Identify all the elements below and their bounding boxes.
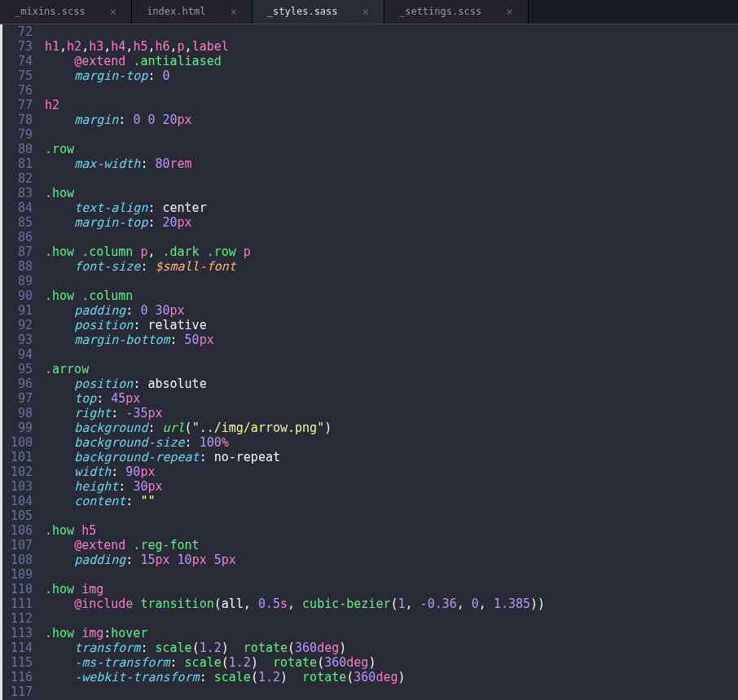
code-line[interactable]: [45, 347, 738, 362]
line-number: 99: [2, 420, 33, 435]
code-line[interactable]: .row: [45, 142, 738, 156]
line-number: 105: [2, 508, 33, 523]
line-number: 98: [2, 406, 33, 420]
line-number: 77: [2, 98, 33, 112]
code-line[interactable]: @extend .antialiased: [45, 54, 738, 68]
line-number: 110: [2, 582, 33, 597]
code-line[interactable]: margin-bottom: 50px: [45, 332, 738, 347]
code-line[interactable]: [45, 508, 738, 523]
line-number: 93: [2, 332, 33, 347]
code-line[interactable]: [45, 171, 738, 186]
code-line[interactable]: [45, 274, 738, 288]
code-line[interactable]: margin-top: 0: [45, 68, 738, 83]
tab-label: _styles.sass: [267, 6, 338, 17]
line-number: 113: [2, 626, 33, 641]
code-line[interactable]: [45, 127, 738, 142]
code-line[interactable]: position: relative: [45, 318, 738, 332]
code-line[interactable]: width: 90px: [45, 464, 738, 479]
editor-area[interactable]: 7273747576777879808182838485868788899091…: [0, 24, 738, 700]
line-number: 97: [2, 391, 33, 406]
line-number: 89: [2, 274, 33, 288]
code-line[interactable]: padding: 15px 10px 5px: [45, 553, 738, 567]
code-line[interactable]: [45, 230, 738, 244]
code-line[interactable]: transform: scale(1.2) rotate(360deg): [45, 641, 738, 655]
tab-label: _settings.scss: [399, 6, 481, 17]
line-number: 72: [2, 24, 33, 39]
code-line[interactable]: right: -35px: [45, 406, 738, 420]
code-line[interactable]: top: 45px: [45, 391, 738, 406]
code-line[interactable]: [45, 24, 738, 39]
code-line[interactable]: [45, 611, 738, 626]
code-line[interactable]: text-align: center: [45, 200, 738, 215]
line-number: 87: [2, 244, 33, 259]
code-line[interactable]: content: "": [45, 494, 738, 508]
code-line[interactable]: h2: [45, 98, 738, 112]
line-number: 116: [2, 670, 33, 685]
line-number: 82: [2, 171, 33, 186]
code-line[interactable]: .how .column p, .dark .row p: [45, 244, 738, 259]
line-number: 79: [2, 127, 33, 142]
line-number: 86: [2, 230, 33, 244]
code-line[interactable]: @extend .reg-font: [45, 538, 738, 553]
close-icon[interactable]: ×: [362, 5, 369, 19]
tab-index[interactable]: index.html ×: [132, 0, 253, 24]
code-line[interactable]: font-size: $small-font: [45, 259, 738, 274]
line-number: 94: [2, 347, 33, 362]
close-icon[interactable]: ×: [230, 5, 236, 19]
line-number: 107: [2, 538, 33, 553]
code-line[interactable]: padding: 0 30px: [45, 303, 738, 318]
line-number: 117: [2, 685, 33, 699]
code-line[interactable]: -ms-transform: scale(1.2) rotate(360deg): [45, 655, 738, 670]
line-number: 74: [2, 54, 33, 68]
line-number: 83: [2, 186, 33, 200]
code-line[interactable]: max-width: 80rem: [45, 156, 738, 171]
tab-settings[interactable]: _settings.scss ×: [384, 0, 529, 24]
code-line[interactable]: margin: 0 0 20px: [45, 112, 738, 127]
code-line[interactable]: background-repeat: no-repeat: [45, 450, 738, 464]
code-line[interactable]: [45, 567, 738, 582]
tab-label: _mixins.scss: [15, 6, 86, 17]
line-number: 92: [2, 318, 33, 332]
code-line[interactable]: background-size: 100%: [45, 435, 738, 450]
line-number: 111: [2, 597, 33, 611]
code-content[interactable]: h1,h2,h3,h4,h5,h6,p,label @extend .antia…: [45, 24, 738, 700]
line-number: 106: [2, 523, 33, 538]
line-number: 78: [2, 112, 33, 127]
code-line[interactable]: height: 30px: [45, 479, 738, 494]
line-number: 101: [2, 450, 33, 464]
code-line[interactable]: margin-top: 20px: [45, 215, 738, 230]
line-number: 100: [2, 435, 33, 450]
code-line[interactable]: [45, 685, 738, 699]
close-icon[interactable]: ×: [506, 5, 512, 19]
line-number: 91: [2, 303, 33, 318]
code-line[interactable]: .how: [45, 186, 738, 200]
tab-mixins[interactable]: _mixins.scss ×: [0, 0, 132, 24]
code-line[interactable]: .how .column: [45, 288, 738, 303]
code-line[interactable]: .how h5: [45, 523, 738, 538]
code-line[interactable]: @include transition(all, 0.5s, cubic-bez…: [45, 597, 738, 611]
line-number: 84: [2, 200, 33, 215]
line-number-gutter: 7273747576777879808182838485868788899091…: [0, 24, 45, 700]
code-line[interactable]: background: url("../img/arrow.png"): [45, 420, 738, 435]
code-line[interactable]: h1,h2,h3,h4,h5,h6,p,label: [45, 39, 738, 54]
tab-label: index.html: [147, 6, 205, 17]
line-number: 115: [2, 655, 33, 670]
close-icon[interactable]: ×: [110, 5, 116, 19]
line-number: 103: [2, 479, 33, 494]
code-line[interactable]: [45, 83, 738, 98]
line-number: 90: [2, 288, 33, 303]
line-number: 96: [2, 376, 33, 391]
line-number: 75: [2, 68, 33, 83]
line-number: 109: [2, 567, 33, 582]
code-line[interactable]: .how img: [45, 582, 738, 597]
tab-styles[interactable]: _styles.sass ×: [253, 0, 384, 24]
line-number: 95: [2, 362, 33, 376]
code-line[interactable]: -webkit-transform: scale(1.2) rotate(360…: [45, 670, 738, 685]
code-line[interactable]: .arrow: [45, 362, 738, 376]
code-line[interactable]: position: absolute: [45, 376, 738, 391]
line-number: 85: [2, 215, 33, 230]
line-number: 81: [2, 156, 33, 171]
code-line[interactable]: .how img:hover: [45, 626, 738, 641]
line-number: 112: [2, 611, 33, 626]
line-number: 88: [2, 259, 33, 274]
